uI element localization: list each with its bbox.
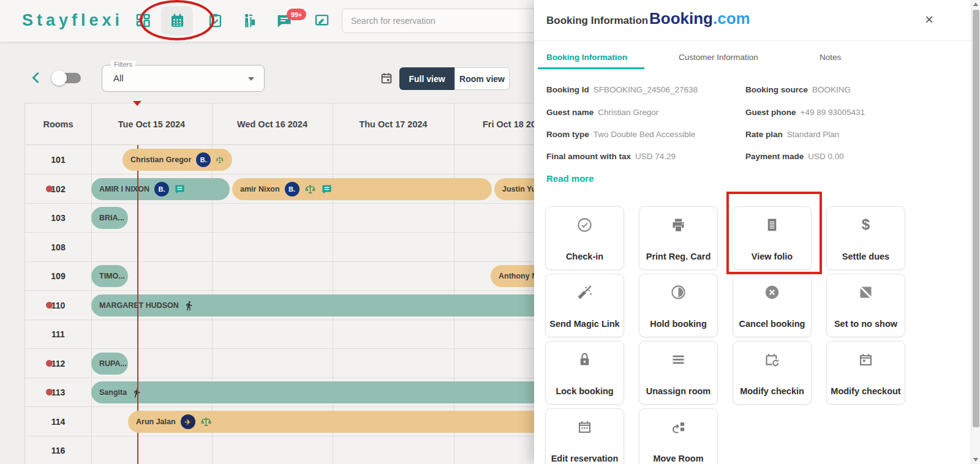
- grid-column-divider: [333, 103, 333, 464]
- active-tab-indicator: [538, 67, 644, 69]
- guest-name: TIMO...: [99, 272, 125, 280]
- field-guest-name: Guest nameChristian Gregor: [546, 108, 658, 117]
- message-icon: [321, 184, 333, 195]
- send-magic-link-button[interactable]: Send Magic Link: [545, 274, 624, 337]
- calendar-edit-icon: [576, 418, 593, 435]
- date-header: Thu Oct 17 2024: [333, 103, 454, 145]
- room-number: 113: [25, 378, 91, 406]
- check-circle-icon: [576, 216, 593, 233]
- lock-booking-button[interactable]: Lock booking: [545, 341, 624, 405]
- room-alert-dot: [46, 185, 53, 192]
- feedback-icon[interactable]: [314, 12, 331, 29]
- scales-icon: [304, 184, 316, 195]
- vertical-scrollbar[interactable]: [971, 0, 980, 464]
- room-view-button[interactable]: Room view: [454, 67, 510, 90]
- booking-pill[interactable]: TIMO...: [91, 265, 128, 287]
- folio-icon: [764, 216, 780, 233]
- guest-name: MARGARET HUDSON: [99, 301, 179, 310]
- settle-dues-button[interactable]: $ Settle dues: [826, 206, 905, 270]
- guest-name: Arun Jalan: [136, 417, 176, 426]
- date-header: Wed Oct 16 2024: [212, 103, 333, 145]
- guest-name: Anthony N: [499, 272, 537, 280]
- room-number: 112: [25, 349, 91, 378]
- booking-pill[interactable]: RUPA...: [91, 353, 128, 375]
- scales-icon: [200, 416, 212, 428]
- date-picker-icon[interactable]: [380, 72, 393, 88]
- room-number: 102: [25, 174, 91, 203]
- dollar-icon: $: [862, 216, 870, 233]
- scroll-down-arrow-icon[interactable]: [973, 458, 978, 462]
- read-more-link[interactable]: Read more: [546, 173, 594, 184]
- field-guest-phone: Guest phone+49 89 93005431: [745, 108, 865, 117]
- field-rate-plan: Rate planStandard Plan: [745, 130, 839, 139]
- modify-checkout-button[interactable]: Modify checkout: [826, 341, 905, 405]
- collapse-left-chevron-icon[interactable]: [29, 70, 43, 88]
- check-in-button[interactable]: Check-in: [545, 206, 624, 270]
- divider: [534, 40, 971, 41]
- close-icon[interactable]: ×: [925, 12, 933, 27]
- room-alert-dot: [46, 360, 53, 367]
- edit-reservation-button[interactable]: Edit reservation: [545, 408, 624, 464]
- booking-com-logo: Booking.com: [649, 9, 750, 28]
- booking-com-badge-icon: B.: [196, 152, 211, 167]
- guest-name: amir Nixon: [240, 185, 280, 193]
- scroll-up-arrow-icon[interactable]: [973, 2, 978, 6]
- calendar-icon[interactable]: [169, 12, 186, 29]
- room-alert-dot: [46, 302, 53, 309]
- move-room-icon: [670, 418, 687, 435]
- unread-count-badge: 99+: [287, 9, 306, 20]
- tab-customer-information[interactable]: Customer Information: [679, 53, 758, 62]
- full-view-button[interactable]: Full view: [399, 67, 454, 90]
- unassign-room-button[interactable]: Unassign room: [639, 341, 718, 405]
- calendar-refresh-icon: [764, 351, 780, 368]
- field-room-type: Room typeTwo Double Bed Accessible: [546, 130, 695, 139]
- filters-label: Filters: [111, 61, 135, 68]
- printer-icon: [670, 216, 687, 233]
- guest-services-icon[interactable]: [240, 12, 257, 29]
- tab-notes[interactable]: Notes: [820, 53, 841, 62]
- today-marker-icon: [133, 101, 141, 106]
- grid-column-divider: [454, 103, 454, 464]
- toggle-knob: [51, 70, 67, 86]
- tasks-clipboard-icon[interactable]: [207, 12, 224, 29]
- filters-value: All: [113, 73, 124, 83]
- view-folio-button[interactable]: View folio: [733, 206, 812, 270]
- print-reg-card-button[interactable]: Print Reg. Card: [639, 206, 718, 270]
- filters-dropdown[interactable]: Filters All: [102, 65, 265, 92]
- hold-booking-button[interactable]: Hold booking: [639, 274, 718, 337]
- magic-wand-icon: [576, 283, 593, 301]
- field-booking-source: Booking sourceBOOKING: [745, 85, 851, 94]
- unassign-bars-icon: [670, 351, 687, 368]
- guest-name: AMIR I NIXON: [99, 185, 149, 193]
- booking-com-badge-icon: B.: [154, 182, 169, 196]
- room-number: 103: [25, 203, 91, 232]
- drawer-title: Booking Information: [546, 15, 648, 27]
- walking-guest-icon: [184, 301, 194, 311]
- rooms-column-header: Rooms: [25, 103, 91, 145]
- expedia-badge-icon: ✈: [181, 414, 195, 429]
- room-number: 116: [25, 436, 91, 464]
- view-toggle-switch[interactable]: [56, 73, 81, 83]
- guest-name: BRIA...: [99, 214, 124, 222]
- scrollbar-thumb[interactable]: [973, 10, 979, 427]
- cancel-circle-icon: [764, 283, 780, 301]
- room-number: 101: [25, 145, 91, 174]
- move-room-button[interactable]: Move Room: [639, 408, 718, 464]
- no-show-icon: [858, 283, 874, 301]
- cancel-booking-button[interactable]: Cancel booking: [733, 274, 812, 337]
- room-number: 114: [25, 407, 91, 436]
- dashboard-icon[interactable]: [135, 12, 152, 29]
- booking-pill[interactable]: AMIR I NIXON B.: [91, 178, 230, 200]
- modify-checkin-button[interactable]: Modify checkin: [733, 341, 812, 405]
- room-number: 111: [25, 320, 91, 348]
- lock-icon: [576, 351, 593, 368]
- booking-pill[interactable]: BRIA...: [91, 207, 128, 229]
- guest-name: Sangita: [99, 388, 127, 397]
- grid-column-divider: [91, 103, 92, 464]
- tab-booking-information[interactable]: Booking Information: [546, 53, 627, 62]
- hold-icon: [670, 283, 687, 301]
- room-number: 110: [25, 291, 91, 320]
- booking-pill[interactable]: amir Nixon B.: [232, 178, 492, 200]
- booking-pill[interactable]: Christian Gregor B.: [123, 149, 232, 171]
- set-no-show-button[interactable]: Set to no show: [826, 274, 905, 337]
